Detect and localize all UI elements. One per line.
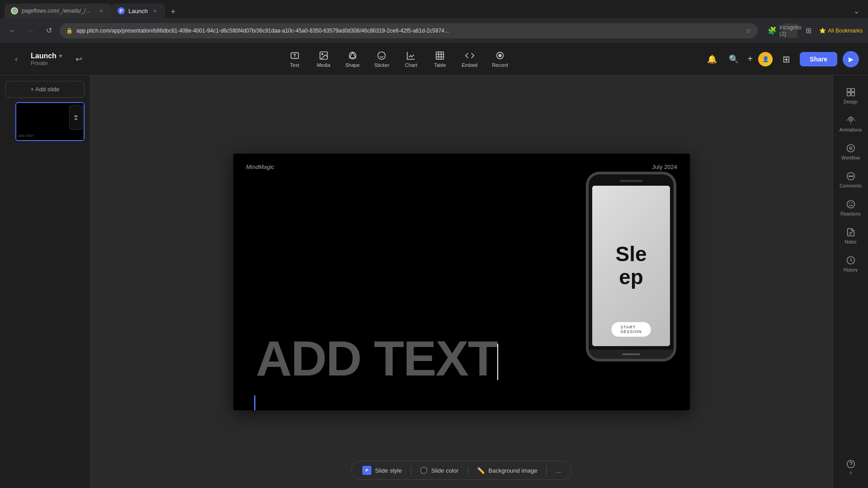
svg-rect-11: [851, 93, 854, 96]
nav-forward-button[interactable]: →: [24, 23, 38, 38]
toolbar-embed-button[interactable]: Embed: [455, 48, 484, 70]
right-panel: Design Animations Workflow Comments Reac…: [833, 75, 868, 488]
help-icon: [846, 459, 856, 469]
browser-tabs-bar: 🌐 pageflows.com/_/emails/_/7fb5... × P L…: [0, 0, 868, 18]
canvas-area: MindMagic July 2024 ADD TEXT Sleep START…: [90, 75, 833, 488]
address-text: app.pitch.com/app/presentation/b86dbc61-…: [76, 28, 449, 34]
main-area: + Add slide 1 ADD TEXT Sleep MindMagic: [0, 75, 868, 488]
presentation-title-area: Launch ▾ Private: [31, 52, 62, 66]
nav-refresh-button[interactable]: ↺: [42, 23, 56, 38]
notes-icon: [846, 227, 856, 237]
text-cursor: [497, 344, 498, 380]
svg-rect-9: [851, 89, 854, 92]
svg-point-18: [852, 176, 853, 177]
svg-point-24: [847, 460, 854, 468]
history-icon: [846, 255, 856, 265]
bookmark-star-icon[interactable]: ☆: [745, 27, 751, 34]
browser-tab-active[interactable]: P Launch ×: [111, 4, 165, 18]
header-toolbar: Text Media Shape Sticker Chart: [91, 48, 704, 70]
add-slide-button[interactable]: + Add slide: [5, 81, 85, 98]
slide-item-1[interactable]: 1 ADD TEXT Sleep: [5, 102, 85, 141]
app-header: ‹ Launch ▾ Private ↩ Text Media Shape: [0, 43, 868, 75]
right-panel-reactions[interactable]: Reactions: [835, 195, 867, 221]
toolbar-table-button[interactable]: Table: [426, 48, 453, 70]
right-panel-workflow[interactable]: Workflow: [835, 139, 867, 165]
extensions-icon[interactable]: 🧩: [765, 23, 779, 38]
app-container: ‹ Launch ▾ Private ↩ Text Media Shape: [0, 43, 868, 488]
undo-button[interactable]: ↩: [75, 54, 82, 64]
notification-button[interactable]: 🔔: [704, 51, 720, 67]
bookmarks-label: ⭐ All Bookmarks: [819, 28, 863, 34]
user-avatar[interactable]: 👤: [758, 52, 773, 66]
browser-chrome: 🌐 pageflows.com/_/emails/_/7fb5... × P L…: [0, 0, 868, 43]
toolbar-text-button[interactable]: Text: [281, 48, 308, 70]
right-panel-help[interactable]: ?: [835, 455, 867, 481]
tab-close-2[interactable]: ×: [151, 7, 159, 14]
dashboard-icon[interactable]: ⊞: [778, 51, 794, 67]
tab-close-1[interactable]: ×: [98, 7, 105, 14]
phone-home-bar: [589, 350, 674, 359]
svg-rect-10: [847, 93, 850, 96]
sidebar-toggle-icon[interactable]: ⊞: [801, 23, 816, 38]
background-image-label: Background image: [488, 467, 537, 474]
profile-icon[interactable]: Incognito (2): [783, 23, 797, 38]
slide-style-item[interactable]: P Slide style: [362, 466, 401, 475]
slide-canvas[interactable]: MindMagic July 2024 ADD TEXT Sleep START…: [233, 154, 690, 410]
search-button[interactable]: 🔍: [726, 51, 742, 67]
svg-rect-5: [436, 52, 444, 59]
slide-style-icon: P: [362, 466, 371, 475]
bottom-divider-1: [411, 466, 411, 475]
slide-style-label: Slide style: [375, 467, 401, 474]
svg-point-7: [499, 54, 501, 57]
svg-point-19: [847, 201, 854, 208]
toolbar-sticker-button[interactable]: Sticker: [368, 48, 396, 70]
svg-point-17: [850, 176, 851, 177]
right-panel-history[interactable]: History: [835, 251, 867, 277]
browser-tab-inactive[interactable]: 🌐 pageflows.com/_/emails/_/7fb5... ×: [5, 4, 111, 18]
back-button[interactable]: ‹: [9, 52, 24, 66]
tab-minimize[interactable]: ⌄: [849, 4, 863, 18]
more-options-button[interactable]: ...: [556, 467, 561, 474]
background-image-item[interactable]: ✏️ Background image: [477, 467, 537, 474]
phone-screen: Sleep START SESSION: [592, 186, 670, 346]
workflow-icon: [846, 143, 856, 153]
slide-brand: MindMagic: [246, 164, 274, 170]
address-bar[interactable]: 🔒 app.pitch.com/app/presentation/b86dbc6…: [60, 23, 758, 38]
share-button[interactable]: Share: [800, 52, 837, 66]
phone-mockup: Sleep START SESSION: [586, 172, 676, 361]
slide-color-label: Slide color: [431, 467, 459, 474]
svg-point-16: [849, 176, 849, 177]
toolbar-chart-button[interactable]: Chart: [397, 48, 425, 70]
phone-home-indicator: [622, 353, 640, 355]
tab-favicon-1: 🌐: [11, 7, 18, 14]
svg-rect-8: [847, 89, 850, 92]
right-panel-design[interactable]: Design: [835, 83, 867, 109]
text-cursor-line: [254, 395, 255, 410]
canvas-bottom-bar: P Slide style Slide color ✏️ Background …: [351, 461, 572, 480]
plus-icon[interactable]: +: [747, 54, 753, 64]
toolbar-shape-button[interactable]: Shape: [339, 48, 366, 70]
slide-big-text[interactable]: ADD TEXT: [256, 333, 498, 383]
lock-icon: 🔒: [66, 28, 73, 34]
slide-color-item[interactable]: Slide color: [420, 467, 459, 474]
play-button[interactable]: ▶: [843, 51, 859, 67]
right-panel-comments[interactable]: Comments: [835, 167, 867, 193]
title-dropdown-icon[interactable]: ▾: [59, 53, 62, 59]
slide-date: July 2024: [652, 164, 677, 170]
right-panel-animations[interactable]: Animations: [835, 111, 867, 137]
browser-toolbar: ← → ↺ 🔒 app.pitch.com/app/presentation/b…: [0, 18, 868, 43]
svg-point-4: [378, 52, 386, 59]
design-icon: [846, 87, 856, 97]
new-tab-button[interactable]: +: [167, 5, 179, 18]
toolbar-media-button[interactable]: Media: [310, 48, 337, 70]
slides-panel: + Add slide 1 ADD TEXT Sleep: [0, 75, 90, 488]
bottom-divider-2: [467, 466, 468, 475]
tab-label-1: pageflows.com/_/emails/_/7fb5...: [22, 8, 94, 14]
toolbar-record-button[interactable]: Record: [486, 48, 514, 70]
slide-thumb-bg: ADD TEXT Sleep: [16, 103, 84, 140]
tab-label-2: Launch: [128, 8, 148, 14]
phone-start-session-button[interactable]: START SESSION: [611, 322, 651, 337]
nav-back-button[interactable]: ←: [5, 23, 20, 38]
background-image-icon: ✏️: [477, 467, 485, 474]
right-panel-notes[interactable]: Notes: [835, 223, 867, 249]
